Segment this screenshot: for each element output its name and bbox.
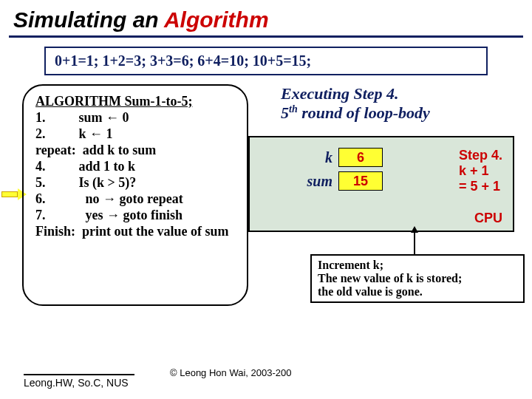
row-sum: sum 15 xyxy=(296,171,383,191)
value-k: 6 xyxy=(338,148,383,167)
label-sum: sum xyxy=(296,173,332,190)
label-k: k xyxy=(296,149,332,166)
sequence-box: 0+1=1; 1+2=3; 3+3=6; 6+4=10; 10+5=15; xyxy=(44,47,488,75)
execution-caption: Executing Step 4. 5th round of loop-body xyxy=(281,84,430,123)
variable-table: k 6 sum 15 xyxy=(296,148,383,195)
copyright-text: © Leong Hon Wai, 2003-200 xyxy=(170,367,291,378)
cpu-box: k 6 sum 15 Step 4. k + 1 = 5 + 1 CPU xyxy=(248,136,514,232)
algo-line-finish: Finish: print out the value of sum xyxy=(35,224,236,239)
footer-rule xyxy=(24,374,134,375)
sequence-text: 0+1=1; 1+2=3; 3+3=6; 6+4=10; 10+5=15; xyxy=(55,52,311,69)
algo-line-2: 2. k ← 1 xyxy=(35,126,236,142)
content-area: ALGORITHM Sum-1-to-5; 1. sum ← 0 2. k ← … xyxy=(0,84,532,328)
exec-line-2: 5th round of loop-body xyxy=(281,103,430,123)
title-part-2: Algorithm xyxy=(164,7,269,32)
algo-line-5: 5. Is (k > 5)? xyxy=(35,175,236,191)
algo-line-repeat: repeat: add k to sum xyxy=(35,143,236,158)
algo-line-4: 4. add 1 to k xyxy=(35,159,236,174)
exec-line-1: Executing Step 4. xyxy=(281,84,430,103)
step4-calc: Step 4. k + 1 = 5 + 1 xyxy=(459,148,502,194)
note-box: Increment k; The new value of k is store… xyxy=(310,254,525,303)
algo-line-7: 7. yes → goto finish xyxy=(35,208,236,223)
algorithm-box: ALGORITHM Sum-1-to-5; 1. sum ← 0 2. k ← … xyxy=(22,84,248,306)
arrow-up-icon xyxy=(414,232,415,254)
slide-title: Simulating an Algorithm xyxy=(0,0,532,35)
note-line-3: the old value is gone. xyxy=(318,285,517,299)
algo-line-1: 1. sum ← 0 xyxy=(35,110,236,126)
footer-text: Leong.HW, So.C, NUS xyxy=(24,377,129,389)
note-line-2: The new value of k is stored; xyxy=(318,272,517,285)
title-part-1: Simulating an xyxy=(13,7,164,32)
algo-line-6: 6. no → goto repeat xyxy=(35,191,236,207)
algo-header: ALGORITHM Sum-1-to-5; xyxy=(35,94,236,109)
title-underline xyxy=(9,35,523,38)
row-k: k 6 xyxy=(296,148,383,167)
cpu-label: CPU xyxy=(474,211,502,226)
note-line-1: Increment k; xyxy=(318,259,517,272)
value-sum: 15 xyxy=(338,171,383,191)
